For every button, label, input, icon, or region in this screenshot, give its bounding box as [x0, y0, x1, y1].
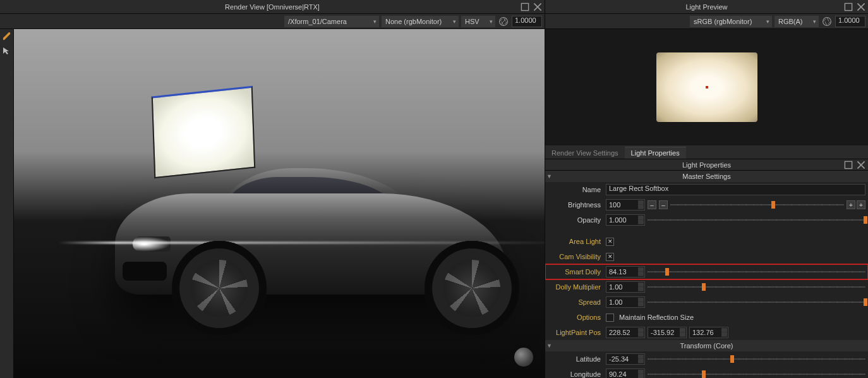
light-preview-swatch [656, 52, 757, 122]
slider-longitude[interactable] [648, 369, 865, 378]
row-dolly-multiplier: Dolly Multiplier 1.00 [545, 279, 868, 295]
input-lightpaint-y[interactable]: -315.92 [648, 327, 687, 338]
label-name: Name [545, 186, 603, 193]
slider-spread[interactable] [648, 296, 865, 308]
render-view-title: Render View [Omniverse|RTX] [225, 3, 320, 11]
brightness-plus-2[interactable]: + [857, 200, 865, 209]
maximize-icon[interactable] [844, 3, 853, 11]
brush-tool-icon[interactable] [0, 30, 13, 43]
label-latitude: Latitude [545, 355, 603, 363]
checkbox-area-light[interactable] [606, 238, 614, 246]
maximize-icon[interactable] [521, 3, 529, 11]
right-panel: Light Preview sRGB (rgbMonitor) RGB(A) 1… [545, 0, 868, 378]
svg-rect-4 [845, 161, 852, 168]
svg-rect-0 [521, 3, 528, 10]
render-view-titlebar: Render View [Omniverse|RTX] [0, 0, 545, 14]
slider-smart-dolly[interactable] [648, 266, 865, 277]
light-properties-header: Light Properties [545, 159, 868, 171]
input-dolly-multiplier[interactable]: 1.00 [606, 281, 645, 293]
slider-opacity[interactable] [648, 214, 865, 226]
light-preview-titlebar: Light Preview [545, 0, 868, 14]
slider-latitude[interactable] [648, 353, 865, 365]
tool-strip [0, 29, 14, 378]
svg-point-3 [823, 17, 831, 25]
checkbox-maintain-reflection[interactable] [606, 314, 614, 322]
close-icon[interactable] [533, 3, 542, 11]
brightness-dash-2[interactable]: – [659, 200, 668, 209]
slider-dolly-multiplier[interactable] [648, 281, 865, 293]
preview-exposure-field[interactable]: 1.0000 [835, 16, 865, 27]
master-settings-label: Master Settings [682, 173, 730, 180]
label-longitude: Longitude [545, 370, 603, 378]
input-spread[interactable]: 1.00 [606, 296, 645, 308]
brightness-dash-1[interactable]: – [648, 200, 656, 209]
close-icon[interactable] [857, 3, 865, 11]
preview-channels-dropdown[interactable]: RGB(A) [775, 16, 819, 27]
chevron-down-icon: ▼ [546, 173, 552, 180]
close-icon[interactable] [857, 161, 865, 169]
render-view-panel: Render View [Omniverse|RTX] /Xform_01/Ca… [0, 0, 545, 378]
render-view-toolbar: /Xform_01/Camera None (rgbMonitor) HSV 1… [0, 14, 545, 29]
row-latitude: Latitude -25.34 [545, 351, 868, 367]
row-opacity: Opacity 1.000 [545, 212, 868, 228]
row-area-light: Area Light [545, 234, 868, 249]
properties-body: ▼ Master Settings Name Large Rect Softbo… [545, 171, 868, 378]
label-smart-dolly: Smart Dolly [545, 268, 603, 276]
light-preview-title: Light Preview [685, 3, 727, 11]
tool-slot-3[interactable] [0, 58, 13, 71]
label-opacity: Opacity [545, 216, 603, 224]
label-dolly-multiplier: Dolly Multiplier [545, 283, 603, 291]
brightness-plus-1[interactable]: + [847, 200, 855, 209]
svg-rect-2 [845, 3, 852, 10]
tool-slot-5[interactable] [0, 86, 13, 99]
light-preview-toolbar: sRGB (rgbMonitor) RGB(A) 1.0000 [545, 14, 868, 29]
row-cam-visibility: Cam Visibility [545, 249, 868, 264]
row-options: Options Maintain Reflection Size [545, 310, 868, 325]
label-cam-visibility: Cam Visibility [545, 253, 603, 260]
light-preview-canvas[interactable] [545, 29, 868, 145]
input-smart-dolly[interactable]: 84.13 [606, 266, 645, 277]
row-longitude: Longitude 90.24 [545, 367, 868, 378]
label-brightness: Brightness [545, 201, 603, 209]
input-opacity[interactable]: 1.000 [606, 214, 645, 226]
row-name: Name Large Rect Softbox [545, 182, 868, 197]
checkbox-cam-visibility[interactable] [606, 253, 614, 261]
row-smart-dolly: Smart Dolly 84.13 [545, 264, 868, 279]
arrow-tool-icon[interactable] [0, 44, 13, 57]
properties-tabs: Render View Settings Light Properties [545, 145, 868, 159]
softbox-gizmo[interactable] [152, 86, 255, 178]
master-settings-header[interactable]: ▼ Master Settings [545, 171, 868, 182]
label-options: Options [545, 314, 603, 321]
transform-core-label: Transform (Core) [680, 342, 733, 350]
render-viewport[interactable] [14, 29, 545, 378]
exposure-field[interactable]: 1.0000 [512, 16, 542, 27]
input-name[interactable]: Large Rect Softbox [606, 184, 865, 195]
label-spread: Spread [545, 298, 603, 306]
aperture-icon[interactable] [498, 16, 509, 27]
label-maintain-reflection: Maintain Reflection Size [619, 314, 694, 321]
row-lightpaint-pos: LightPaint Pos 228.52 -315.92 132.76 [545, 325, 868, 340]
input-longitude[interactable]: 90.24 [606, 369, 645, 378]
colorspace-dropdown[interactable]: None (rgbMonitor) [382, 16, 459, 27]
input-latitude[interactable]: -25.34 [606, 353, 645, 365]
aperture-icon[interactable] [821, 16, 833, 27]
row-spread: Spread 1.00 [545, 295, 868, 310]
car-mesh [90, 168, 532, 332]
transform-core-header[interactable]: ▼ Transform (Core) [545, 340, 868, 351]
model-dropdown[interactable]: HSV [461, 16, 495, 27]
label-area-light: Area Light [545, 238, 603, 245]
input-lightpaint-x[interactable]: 228.52 [606, 327, 645, 338]
input-lightpaint-z[interactable]: 132.76 [689, 327, 728, 338]
light-properties-header-label: Light Properties [682, 161, 731, 169]
input-brightness[interactable]: 100 [606, 199, 645, 210]
chevron-down-icon: ▼ [546, 343, 552, 349]
tab-render-view-settings[interactable]: Render View Settings [545, 147, 625, 159]
tab-light-properties[interactable]: Light Properties [625, 147, 686, 159]
slider-brightness[interactable] [670, 199, 844, 210]
camera-dropdown[interactable]: /Xform_01/Camera [284, 16, 379, 27]
maximize-icon[interactable] [844, 161, 853, 169]
label-lightpaint-pos: LightPaint Pos [545, 329, 603, 336]
row-brightness: Brightness 100 – – + + [545, 197, 868, 212]
tool-slot-4[interactable] [0, 72, 13, 85]
preview-colorspace-dropdown[interactable]: sRGB (rgbMonitor) [690, 16, 772, 27]
